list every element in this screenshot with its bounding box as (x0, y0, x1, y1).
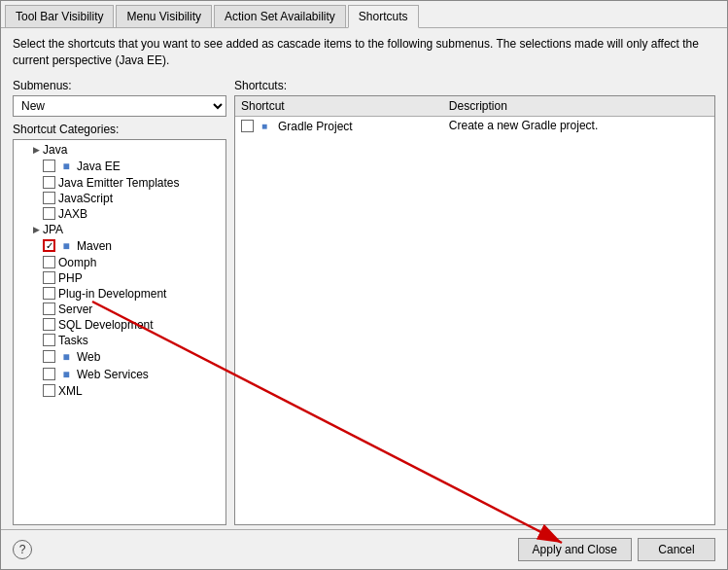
tree-label-java-ee: Java EE (77, 160, 121, 173)
checkbox-java-ee[interactable] (43, 160, 55, 172)
apply-close-button[interactable]: Apply and Close (518, 538, 632, 561)
expand-icon-sql-dev (29, 318, 43, 332)
help-button[interactable]: ? (13, 540, 32, 559)
folder-icon-web-services: ■ (58, 367, 74, 382)
tree-label-web: Web (77, 350, 100, 364)
tab-menu-visibility[interactable]: Menu Visibility (116, 5, 211, 27)
tree-label-jaxb: JAXB (58, 207, 87, 221)
submenus-label: Submenus: (13, 79, 226, 92)
tree-label-web-services: Web Services (77, 368, 149, 381)
tree-label-sql-dev: SQL Development (58, 318, 154, 332)
expand-icon-web (29, 350, 43, 364)
shortcut-categories-tree[interactable]: ▶ Java ■ Java EE Java Emitter Te (13, 139, 226, 525)
tree-item-jaxb[interactable]: JAXB (14, 206, 225, 222)
tree-label-maven: Maven (77, 239, 112, 253)
button-group: Apply and Close Cancel (518, 538, 715, 561)
tree-item-xml[interactable]: XML (14, 383, 225, 399)
tree-label-plugin-dev: Plug-in Development (58, 287, 166, 301)
expand-icon-web-services (29, 368, 43, 381)
shortcut-categories-label: Shortcut Categories: (13, 123, 226, 136)
tab-action-set-availability[interactable]: Action Set Availability (214, 5, 346, 27)
expand-icon-java-emitter (29, 176, 43, 190)
folder-icon-maven: ■ (58, 238, 74, 254)
folder-icon-web: ■ (58, 349, 74, 365)
checkbox-php[interactable] (43, 271, 55, 284)
tree-item-maven[interactable]: ✓ ■ Maven (14, 237, 225, 255)
expand-icon-tasks (29, 334, 43, 347)
submenus-dropdown-container: New Open Open With (13, 95, 226, 117)
checkbox-web-services[interactable] (43, 368, 55, 380)
tree-label-javascript: JavaScript (58, 192, 113, 205)
tree-label-php: PHP (58, 271, 83, 285)
tree-label-java-emitter: Java Emitter Templates (58, 176, 180, 190)
shortcut-checkbox-gradle[interactable] (241, 120, 254, 132)
left-panel: Submenus: New Open Open With Shortcut Ca… (13, 79, 226, 525)
tree-item-java-ee[interactable]: ■ Java EE (14, 158, 225, 175)
tree-item-plugin-dev[interactable]: Plug-in Development (14, 286, 225, 302)
shortcut-cell-name: ■ Gradle Project (235, 116, 443, 137)
expand-icon-xml (29, 384, 43, 398)
shortcuts-table: Shortcut Description (235, 96, 714, 138)
tree-item-jpa[interactable]: ▶ JPA (14, 222, 225, 237)
expand-icon-plugin-dev (29, 287, 43, 301)
tree-label-java: Java (43, 143, 67, 157)
tree-label-server: Server (58, 303, 92, 316)
tree-item-java[interactable]: ▶ Java (14, 142, 225, 158)
expand-icon-java: ▶ (29, 143, 43, 157)
main-content: Submenus: New Open Open With Shortcut Ca… (1, 75, 727, 529)
submenus-select[interactable]: New Open Open With (13, 95, 226, 117)
checkbox-javascript[interactable] (43, 192, 55, 204)
cancel-button[interactable]: Cancel (638, 538, 715, 561)
col-header-shortcut: Shortcut (235, 96, 443, 117)
checkbox-maven[interactable]: ✓ (43, 239, 55, 252)
tree-label-tasks: Tasks (58, 334, 88, 347)
shortcuts-table-container[interactable]: Shortcut Description (234, 95, 715, 525)
tree-item-server[interactable]: Server (14, 302, 225, 317)
tab-bar: Tool Bar Visibility Menu Visibility Acti… (1, 1, 727, 28)
checkbox-plugin-dev[interactable] (43, 287, 55, 300)
expand-icon-jpa: ▶ (29, 223, 43, 236)
tree-item-web-services[interactable]: ■ Web Services (14, 366, 225, 383)
expand-icon-javascript (29, 192, 43, 205)
right-panel: Shortcuts: Shortcut Description (234, 79, 715, 525)
checkbox-java-emitter[interactable] (43, 176, 55, 189)
expand-icon-maven (29, 239, 43, 253)
expand-icon-php (29, 271, 43, 285)
folder-icon-java-ee: ■ (58, 159, 74, 174)
expand-icon-java-ee (29, 160, 43, 173)
checkbox-server[interactable] (43, 303, 55, 315)
checkbox-tasks[interactable] (43, 334, 55, 346)
shortcut-cell-description: Create a new Gradle project. (443, 116, 714, 137)
tree-item-oomph[interactable]: Oomph (14, 255, 225, 270)
checkbox-web[interactable] (43, 350, 55, 363)
tree-item-tasks[interactable]: Tasks (14, 333, 225, 348)
checkbox-sql-dev[interactable] (43, 318, 55, 331)
tree-item-php[interactable]: PHP (14, 270, 225, 286)
tree-label-xml: XML (58, 384, 83, 398)
tree-item-java-emitter[interactable]: Java Emitter Templates (14, 175, 225, 191)
tree-label-oomph: Oomph (58, 256, 96, 269)
shortcuts-label: Shortcuts: (234, 79, 715, 92)
expand-icon-oomph (29, 256, 43, 269)
shortcut-row-gradle[interactable]: ■ Gradle Project Create a new Gradle pro… (235, 116, 714, 137)
col-header-description: Description (443, 96, 714, 117)
tree-label-jpa: JPA (43, 223, 63, 236)
tree-item-javascript[interactable]: JavaScript (14, 191, 225, 206)
checkbox-xml[interactable] (43, 384, 55, 397)
checkbox-oomph[interactable] (43, 256, 55, 268)
shortcut-label-gradle: Gradle Project (278, 120, 353, 133)
tab-shortcuts[interactable]: Shortcuts (348, 5, 419, 28)
tree-item-web[interactable]: ■ Web (14, 348, 225, 366)
expand-icon-jaxb (29, 207, 43, 221)
tab-toolbar-visibility[interactable]: Tool Bar Visibility (5, 5, 114, 27)
tree-item-sql-dev[interactable]: SQL Development (14, 317, 225, 333)
description-text: Select the shortcuts that you want to se… (1, 28, 727, 75)
expand-icon-server (29, 303, 43, 316)
checkbox-jaxb[interactable] (43, 207, 55, 220)
bottom-bar: ? Apply and Close Cancel (1, 529, 727, 569)
gradle-icon: ■ (257, 119, 272, 134)
